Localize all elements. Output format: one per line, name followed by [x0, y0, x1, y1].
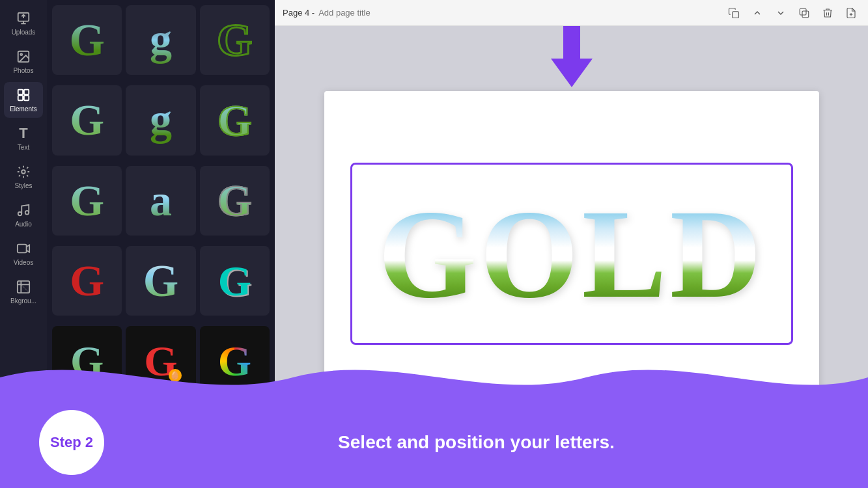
sidebar-label-uploads: Uploads: [12, 29, 36, 36]
list-item[interactable]: G: [52, 166, 122, 236]
canvas-toolbar-right: [725, 4, 860, 22]
uploads-icon: [16, 10, 31, 26]
gold-text-display: GOLD: [378, 191, 764, 318]
toolbar-copy-page-button[interactable]: [725, 4, 743, 22]
sidebar-item-uploads[interactable]: Uploads: [4, 5, 43, 41]
bottom-content: Step 2 Select and position your letters.: [0, 403, 868, 488]
audio-icon: [16, 202, 31, 218]
list-item[interactable]: G: [200, 166, 270, 236]
canvas-top-bar: Page 4 -: [275, 0, 868, 26]
sidebar-item-background[interactable]: Bkgrou...: [4, 274, 43, 310]
list-item[interactable]: a: [126, 166, 195, 236]
page-title-area: Page 4 -: [283, 8, 428, 18]
background-icon: [16, 279, 31, 295]
step-description: Select and position your letters.: [124, 432, 829, 453]
svg-rect-14: [802, 11, 809, 18]
list-item[interactable]: G: [126, 246, 195, 316]
sidebar-item-elements[interactable]: Elements: [4, 82, 43, 118]
page-number-label: Page 4 -: [283, 8, 315, 18]
svg-point-2: [20, 53, 22, 55]
videos-icon: [16, 241, 31, 256]
page-title-input[interactable]: [318, 8, 428, 18]
text-icon: T: [16, 126, 31, 141]
sidebar-label-styles: Styles: [14, 182, 32, 189]
svg-point-8: [18, 212, 22, 216]
svg-point-9: [25, 211, 29, 215]
svg-rect-15: [800, 8, 806, 15]
sidebar-label-videos: Videos: [14, 259, 33, 266]
sidebar-label-background: Bkgrou...: [10, 297, 36, 305]
elements-icon: [16, 87, 31, 103]
svg-rect-3: [18, 90, 23, 94]
svg-line-12: [18, 281, 29, 293]
sidebar-label-audio: Audio: [15, 221, 32, 228]
svg-rect-13: [733, 11, 739, 18]
svg-rect-10: [18, 245, 27, 253]
toolbar-up-button[interactable]: [748, 4, 766, 22]
photos-icon: [16, 49, 31, 64]
svg-point-7: [21, 170, 25, 174]
selected-element-box[interactable]: GOLD: [350, 163, 793, 345]
sidebar-item-photos[interactable]: Photos: [4, 44, 43, 79]
sidebar-item-styles[interactable]: Styles: [4, 159, 43, 195]
list-item[interactable]: G: [200, 5, 270, 75]
list-item[interactable]: g: [126, 5, 195, 75]
list-item[interactable]: G: [52, 85, 122, 155]
list-item[interactable]: G: [200, 85, 270, 155]
toolbar-duplicate-button[interactable]: [795, 4, 813, 22]
sidebar-item-text[interactable]: T Text: [4, 120, 43, 156]
list-item[interactable]: g: [126, 85, 195, 155]
bottom-section: Step 2 Select and position your letters.: [0, 351, 868, 488]
sidebar-item-audio[interactable]: Audio: [4, 197, 43, 233]
toolbar-add-button[interactable]: [842, 4, 860, 22]
svg-rect-4: [24, 90, 29, 94]
toolbar-delete-button[interactable]: [819, 4, 837, 22]
sidebar-label-photos: Photos: [13, 67, 33, 74]
toolbar-down-button[interactable]: [772, 4, 790, 22]
styles-icon: [16, 164, 31, 180]
sidebar-item-videos[interactable]: Videos: [4, 236, 43, 271]
wave-svg: [0, 351, 868, 403]
list-item[interactable]: G: [52, 5, 122, 75]
step-number: Step 2: [50, 434, 93, 451]
list-item[interactable]: G: [52, 246, 122, 316]
arrow-indicator: [551, 26, 593, 87]
list-item[interactable]: G: [200, 246, 270, 316]
svg-rect-5: [18, 96, 23, 100]
svg-rect-6: [24, 96, 29, 100]
sidebar-label-text: Text: [18, 144, 29, 151]
step-circle: Step 2: [39, 410, 104, 475]
sidebar-label-elements: Elements: [10, 105, 37, 113]
